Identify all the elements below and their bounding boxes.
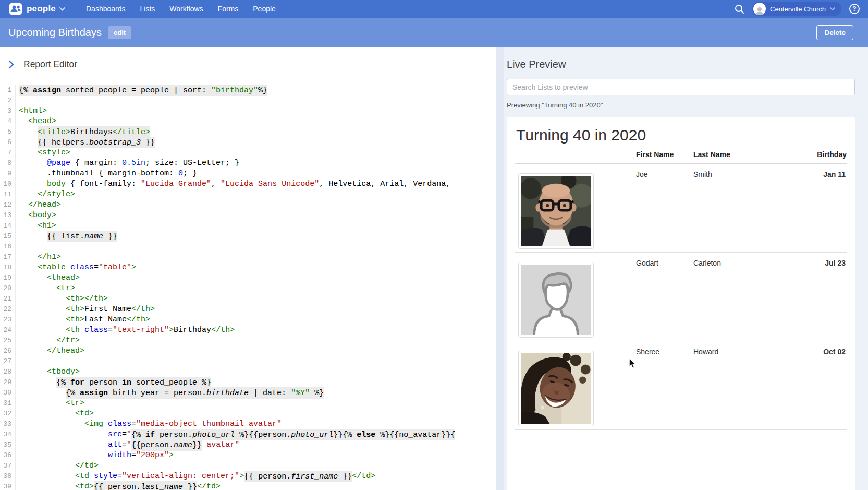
line-number: 18 bbox=[0, 262, 16, 273]
delete-button[interactable]: Delete bbox=[816, 25, 853, 40]
code-line[interactable]: 27 bbox=[0, 356, 494, 367]
code-line[interactable]: 4 <head> bbox=[0, 116, 494, 127]
line-text: </h1> bbox=[16, 252, 61, 262]
code-line[interactable]: 38 <td style="vertical-align: center;">{… bbox=[0, 471, 494, 482]
code-line[interactable]: 11 </style> bbox=[0, 189, 494, 200]
code-line[interactable]: 3<html> bbox=[0, 106, 494, 116]
edit-button[interactable]: edit bbox=[108, 26, 131, 39]
line-text: </tr> bbox=[16, 336, 80, 346]
code-line[interactable]: 17 </h1> bbox=[0, 252, 494, 262]
line-text: body { font-family: "Lucida Grande", "Lu… bbox=[16, 179, 450, 189]
code-line[interactable]: 10 body { font-family: "Lucida Grande", … bbox=[0, 179, 494, 189]
page-title: Upcoming Birthdays bbox=[8, 27, 102, 39]
line-text: <td style="vertical-align: center;">{{ p… bbox=[16, 471, 375, 482]
birthday-cell: Jan 11 bbox=[794, 164, 847, 252]
code-line[interactable]: 18 <table class="table"> bbox=[0, 262, 494, 273]
line-text: <img class="media-object thumbnail avata… bbox=[16, 419, 282, 429]
code-line[interactable]: 9 .thumbnail { margin-bottom: 0; } bbox=[0, 169, 494, 179]
people-app-menu[interactable]: people bbox=[8, 2, 65, 16]
preview-rows: JoeSmithJan 11 GodartCarletonJul 23 Sher… bbox=[515, 164, 847, 430]
code-editor[interactable]: 1{% assign sorted_people = people | sort… bbox=[0, 82, 494, 490]
code-line[interactable]: 21 <th></th> bbox=[0, 294, 494, 304]
line-text bbox=[16, 242, 19, 252]
code-line[interactable]: 26 </thead> bbox=[0, 346, 494, 356]
preview-row: GodartCarletonJul 23 bbox=[515, 253, 847, 341]
last-name-cell: Carleton bbox=[693, 253, 794, 341]
code-line[interactable]: 5 <title>Birthdays</title> bbox=[0, 127, 494, 137]
report-editor-header: Report Editor bbox=[0, 47, 494, 82]
code-line[interactable]: 19 <thead> bbox=[0, 273, 494, 283]
line-number: 8 bbox=[0, 158, 16, 169]
code-line[interactable]: 1{% assign sorted_people = people | sort… bbox=[0, 85, 494, 95]
line-text: <td>{{ person.last_name }}</td> bbox=[16, 482, 221, 490]
line-number: 27 bbox=[0, 356, 16, 367]
code-line[interactable]: 36 width="200px"> bbox=[0, 450, 494, 461]
code-line[interactable]: 31 <tr> bbox=[0, 398, 494, 409]
report-header-bar: Upcoming Birthdays edit Delete bbox=[0, 18, 868, 47]
code-line[interactable]: 13 <body> bbox=[0, 210, 494, 221]
line-text: <head> bbox=[16, 116, 56, 127]
org-name: Centerville Church bbox=[770, 5, 826, 13]
live-preview-pane: Live Preview Previewing "Turning 40 in 2… bbox=[504, 47, 868, 490]
code-line[interactable]: 6 {{ helpers.bootstrap_3 }} bbox=[0, 137, 494, 148]
code-line[interactable]: 30 {% assign birth_year = person.birthda… bbox=[0, 388, 494, 398]
code-line[interactable]: 34 src="{% if person.photo_url %}{{perso… bbox=[0, 429, 494, 440]
code-line[interactable]: 16 bbox=[0, 242, 494, 252]
search-lists-input[interactable] bbox=[507, 79, 855, 95]
preview-row: JoeSmithJan 11 bbox=[515, 164, 847, 253]
nav-item-lists[interactable]: Lists bbox=[140, 5, 155, 13]
photo-cell bbox=[515, 164, 636, 252]
line-number: 1 bbox=[0, 85, 16, 95]
line-number: 29 bbox=[0, 377, 16, 388]
line-text: @page { margin: 0.5in; size: US-Letter; … bbox=[16, 158, 239, 169]
report-editor-pane: Report Editor 1{% assign sorted_people =… bbox=[0, 47, 494, 490]
code-editor-lines: 1{% assign sorted_people = people | sort… bbox=[0, 85, 494, 490]
photo-man bbox=[521, 176, 591, 246]
nav-item-forms[interactable]: Forms bbox=[218, 5, 239, 13]
line-number: 11 bbox=[0, 189, 16, 200]
code-line[interactable]: 15 {{ list.name }} bbox=[0, 231, 494, 242]
help-icon[interactable]: ? bbox=[849, 4, 860, 14]
line-text: </td> bbox=[16, 461, 99, 471]
nav-item-people[interactable]: People bbox=[253, 5, 276, 13]
code-line[interactable]: 25 </tr> bbox=[0, 336, 494, 346]
code-line[interactable]: 14 <h1> bbox=[0, 221, 494, 231]
chevron-right-icon[interactable] bbox=[7, 59, 15, 70]
code-line[interactable]: 12 </head> bbox=[0, 200, 494, 210]
search-icon[interactable] bbox=[735, 4, 744, 14]
chevron-down-icon bbox=[59, 7, 65, 11]
line-text: <tr> bbox=[16, 398, 84, 409]
code-line[interactable]: 37 </td> bbox=[0, 461, 494, 471]
scrollbar-track[interactable] bbox=[496, 47, 504, 490]
code-line[interactable]: 35 alt="{{person.name}} avatar" bbox=[0, 440, 494, 450]
code-line[interactable]: 28 <tbody> bbox=[0, 367, 494, 377]
nav-item-dashboards[interactable]: Dashboards bbox=[86, 5, 126, 13]
line-number: 26 bbox=[0, 346, 16, 356]
first-name-column-header: First Name bbox=[636, 150, 693, 159]
avatar-woman-photo bbox=[518, 351, 594, 426]
org-switcher[interactable]: Centerville Church bbox=[752, 2, 841, 16]
code-line[interactable]: 32 <td> bbox=[0, 409, 494, 419]
chevron-down-icon bbox=[830, 7, 835, 10]
code-line[interactable]: 39 <td>{{ person.last_name }}</td> bbox=[0, 482, 494, 490]
first-name-cell: Sheree bbox=[636, 341, 693, 429]
previewing-label: Previewing "Turning 40 in 2020" bbox=[507, 101, 855, 109]
line-number: 13 bbox=[0, 210, 16, 221]
code-line[interactable]: 20 <tr> bbox=[0, 283, 494, 294]
code-line[interactable]: 2 bbox=[0, 95, 494, 106]
photo-column-header bbox=[515, 150, 636, 159]
code-line[interactable]: 33 <img class="media-object thumbnail av… bbox=[0, 419, 494, 429]
line-text: <th class="text-right">Birthday</th> bbox=[16, 325, 235, 336]
preview-table-header: First Name Last Name Birthday bbox=[515, 150, 847, 164]
code-line[interactable]: 23 <th>Last Name</th> bbox=[0, 315, 494, 325]
line-text bbox=[16, 95, 19, 106]
code-line[interactable]: 22 <th>First Name</th> bbox=[0, 304, 494, 315]
line-number: 31 bbox=[0, 398, 16, 409]
nav-item-workflows[interactable]: Workflows bbox=[169, 5, 203, 13]
code-line[interactable]: 7 <style> bbox=[0, 148, 494, 158]
code-line[interactable]: 24 <th class="text-right">Birthday</th> bbox=[0, 325, 494, 336]
code-line[interactable]: 8 @page { margin: 0.5in; size: US-Letter… bbox=[0, 158, 494, 169]
line-number: 36 bbox=[0, 450, 16, 461]
code-line[interactable]: 29 {% for person in sorted_people %} bbox=[0, 377, 494, 388]
first-name-cell: Joe bbox=[636, 164, 693, 252]
